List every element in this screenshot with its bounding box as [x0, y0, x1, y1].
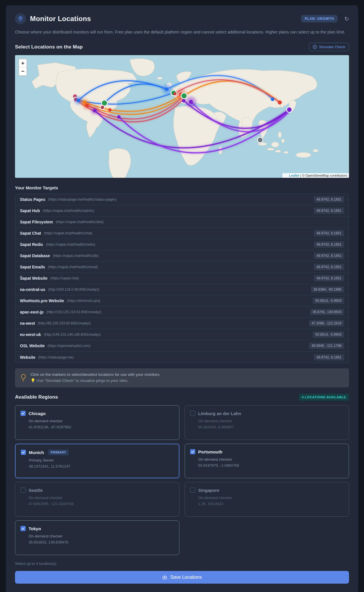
target-coordinates-badge: 48.9742, 8.1851	[314, 264, 344, 270]
page-description: Choose where your distributed monitors w…	[15, 29, 349, 35]
map-marker-us-red-2[interactable]	[108, 108, 112, 112]
map-marker-korea-red[interactable]	[278, 100, 282, 104]
tip-line-1: Click on the markers to select/deselect …	[31, 372, 160, 378]
map-marker-eu-purple-2[interactable]	[189, 100, 193, 104]
map-marker-singapore-gray[interactable]	[258, 138, 262, 142]
table-row: Sapat Chat (https://sapat.chat/healthz/c…	[15, 228, 349, 239]
table-row: Sapat Database (https://sapat.chat/healt…	[15, 250, 349, 262]
region-name: Munich	[29, 450, 44, 455]
monitor-targets-list: Status Pages (https://statuspage.me/heal…	[15, 194, 349, 363]
table-row: Sapat Redis (https://sapat.chat/healthz/…	[15, 239, 349, 250]
play-circle-icon	[313, 45, 317, 49]
map-marker-eu-purple-1[interactable]	[182, 99, 185, 102]
map-marker-us-red-1[interactable]	[85, 104, 89, 107]
target-coordinates-badge: 50.8514, -0.9903	[313, 298, 344, 304]
map-marker-munich-green[interactable]	[181, 93, 187, 98]
table-row: na-west (http://85.239.233.60:8081/ready…	[15, 318, 349, 329]
simulate-check-button[interactable]: Simulate Check	[309, 43, 349, 51]
map-marker-na-central-maroon[interactable]	[101, 106, 104, 109]
region-checkbox[interactable]	[190, 411, 195, 416]
region-card[interactable]: Tokyo On-demand checker 35.652832, 139.8…	[15, 520, 179, 555]
target-coordinates-badge: 48.9742, 8.1851	[314, 275, 344, 281]
table-row: eu-west-uk (http://149.102.146.185:8081/…	[15, 329, 349, 340]
target-coordinates-badge: 48.9742, 8.1851	[314, 241, 344, 248]
region-card[interactable]: Munich PRIMARY Primary Server 48.1371541…	[15, 444, 179, 478]
target-coordinates-badge: 48.9742, 8.1851	[314, 354, 344, 361]
target-name: eu-west-uk	[20, 332, 41, 337]
map-marker-uk-blue[interactable]	[165, 87, 168, 91]
target-url: (https://sapat.chat/healthz/email)	[48, 265, 314, 269]
region-checkbox[interactable]	[190, 488, 195, 493]
target-name: OSL Website	[20, 343, 45, 348]
target-name: Sapat Database	[20, 253, 50, 258]
region-checkbox[interactable]	[20, 526, 26, 531]
region-name: Singapore	[198, 488, 219, 493]
save-icon	[162, 575, 167, 580]
map-marker-us-purple-2[interactable]	[117, 115, 121, 119]
table-row: apac-east-jp (http://103.125.216.51:8081…	[15, 307, 349, 318]
lightbulb-icon	[20, 373, 27, 382]
region-card[interactable]: Chicago On-demand checker 41.8781136, -8…	[15, 405, 179, 440]
region-checkbox[interactable]	[21, 450, 26, 455]
map-section-title: Select Locations on the Map	[15, 44, 83, 50]
region-coordinates: 50.8197675, -1.0880769	[198, 463, 344, 468]
tip-line-2: 💡 Use "Simulate Check" to visualize ping…	[31, 378, 160, 384]
page-title: Monitor Locations	[30, 15, 297, 23]
map-attribution: Leaflet | © OpenStreetMap contributors	[282, 173, 349, 178]
map-marker-seattle-blue[interactable]	[77, 99, 80, 102]
target-coordinates-badge: 38.6364, -90.1985	[311, 286, 344, 293]
region-name: Portsmouth	[198, 449, 222, 454]
world-map[interactable]: + − Leaflet | © OpenStreetMap contributo…	[15, 55, 349, 178]
region-coordinates: 48.1371541, 11.5761247	[29, 464, 174, 468]
target-name: na-central-us	[20, 287, 45, 292]
target-url: (http://149.102.146.185:8081/readyz)	[44, 333, 313, 337]
table-row: WhoHosts.pro Website (https://whohosts.p…	[15, 295, 349, 307]
map-canvas	[15, 55, 349, 178]
target-url: (http://103.125.216.51:8081/readyz)	[46, 310, 310, 314]
region-card[interactable]: Seattle On-demand checker 47.6062095, -1…	[15, 482, 179, 517]
target-url: (http://85.239.233.60:8081/readyz)	[38, 321, 309, 325]
target-url: (https://sapat.chat/healthz/db)	[53, 254, 314, 258]
region-card[interactable]: Singapore On-demand checker 1.29, 103.85…	[185, 482, 349, 517]
table-row: na-central-us (http://209.126.0.56:8081/…	[15, 284, 349, 295]
region-checkbox[interactable]	[190, 449, 195, 454]
target-coordinates-badge: 35.6761, 139.6503	[310, 309, 344, 315]
zoom-in-button[interactable]: +	[19, 59, 27, 67]
osm-attribution: © OpenStreetMap contributors	[302, 174, 347, 177]
refresh-icon[interactable]: ↻	[344, 16, 349, 22]
map-marker-us-purple-1[interactable]	[93, 109, 96, 112]
regions-heading: Available Regions	[15, 394, 58, 400]
target-coordinates-badge: 48.9742, 8.1851	[314, 208, 344, 214]
selection-limit-note: Select up to 4 location(s).	[15, 561, 349, 566]
region-checkbox[interactable]	[20, 488, 26, 493]
map-marker-tokyo-purple[interactable]	[287, 107, 292, 112]
region-card[interactable]: Portsmouth On-demand checker 50.8197675,…	[185, 444, 349, 478]
target-url: (https://sapat.chat/healthz/redis)	[46, 242, 314, 246]
map-marker-china-blue[interactable]	[271, 98, 274, 101]
table-row: Sapat Hub (https://sapat.chat/healthz/ad…	[15, 205, 349, 216]
save-locations-button[interactable]: Save Locations	[15, 571, 349, 584]
table-row: Sapat Filesystem (https://sapat.chat/hea…	[15, 216, 349, 228]
ukraine-flag-icon	[284, 174, 288, 177]
map-marker-portsmouth-red[interactable]	[173, 92, 176, 95]
region-coordinates: 35.652832, 139.839478	[29, 540, 174, 544]
leaflet-link[interactable]: Leaflet	[289, 174, 299, 177]
target-coordinates-badge: 50.8514, -0.9903	[313, 331, 344, 338]
target-name: Sapat Filesystem	[20, 220, 53, 224]
table-row: Status Pages (https://statuspage.me/heal…	[15, 194, 349, 205]
zoom-out-button[interactable]: −	[19, 67, 27, 75]
target-name: Website	[20, 355, 35, 360]
region-type: On-demand checker	[29, 419, 174, 423]
target-url: (https://whohosts.pro)	[67, 299, 313, 303]
plan-badge: PLAN: GROWTH	[301, 15, 337, 23]
region-type: On-demand checker	[198, 457, 344, 462]
targets-heading: Your Monitor Targets	[15, 185, 349, 190]
page-background: Monitor Locations PLAN: GROWTH ↻ Choose …	[0, 0, 364, 592]
region-coordinates: 50.383333, 8.066667	[198, 425, 344, 429]
map-zoom-control: + −	[18, 59, 27, 76]
panel-header: Monitor Locations PLAN: GROWTH ↻	[15, 13, 349, 24]
region-card[interactable]: Limburg an der Lahn On-demand checker 50…	[185, 405, 349, 440]
region-checkbox[interactable]	[20, 411, 26, 416]
table-row: Sapat Emails (https://sapat.chat/healthz…	[15, 262, 349, 273]
monitor-locations-panel: Monitor Locations PLAN: GROWTH ↻ Choose …	[6, 5, 358, 592]
